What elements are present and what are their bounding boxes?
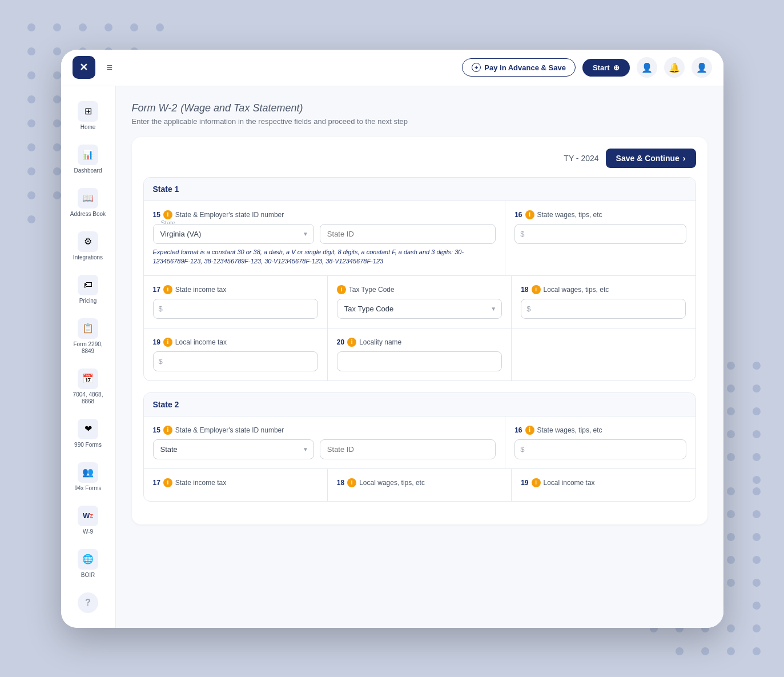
- notifications-icon-button[interactable]: 🔔: [664, 57, 685, 78]
- state2-state-fields: State Alabama (AL) Virginia (VA) ▼: [153, 439, 496, 459]
- state2-field15-cell: 15 i State & Employer's state ID number …: [144, 416, 506, 468]
- state1-hint-text: Expected format is a constant 30 or 38, …: [153, 247, 496, 266]
- state1-field20-cell: 20 i Locality name: [328, 329, 512, 380]
- page-subtitle: Enter the applicable information in the …: [132, 117, 707, 126]
- sidebar-item-dashboard[interactable]: 📊 Dashboard: [65, 139, 111, 180]
- state1-field18-input[interactable]: [521, 299, 686, 319]
- account-icon-button[interactable]: 👤: [691, 57, 712, 78]
- state1-field19-cell: 19 i Local income tax $: [144, 329, 328, 380]
- pricing-icon: 🏷: [78, 275, 98, 295]
- sidebar-item-form94x[interactable]: 👥 94x Forms: [65, 456, 111, 498]
- state2-state-select-container: State Alabama (AL) Virginia (VA) ▼: [153, 439, 314, 459]
- state1-field17-input[interactable]: [153, 299, 318, 319]
- main-content: Form W-2 (Wage and Tax Statement) Enter …: [116, 86, 723, 628]
- state1-taxtype-label: i Tax Type Code: [337, 285, 502, 294]
- field19-dollar-sign: $: [159, 357, 163, 366]
- state2-field16-cell: 16 i State wages, tips, etc $: [505, 416, 695, 468]
- state2-field19-label: 19 i Local income tax: [521, 478, 686, 487]
- sidebar-item-home[interactable]: ⊞ Home: [65, 95, 111, 137]
- logo[interactable]: ✕: [73, 56, 95, 79]
- state2-state-id-input[interactable]: [320, 439, 496, 459]
- state1-state-id-input[interactable]: [320, 224, 496, 244]
- state1-state-select[interactable]: Virginia (VA) Alabama (AL) Alaska (AK) C…: [153, 224, 314, 244]
- w9-icon: WZ: [78, 506, 98, 526]
- field18-info-icon[interactable]: i: [532, 285, 541, 294]
- contacts-icon-button[interactable]: 👤: [637, 57, 657, 78]
- state2-field15-label: 15 i State & Employer's state ID number: [153, 426, 496, 435]
- state1-taxtype-select-wrap: Tax Type Code Code A Code B ▼: [337, 299, 502, 319]
- chevron-right-icon: ›: [683, 154, 686, 163]
- state1-field18-input-wrap: $: [521, 299, 686, 319]
- state1-row1: 15 i State & Employer's state ID number …: [144, 201, 695, 276]
- plus-circle-icon: +: [472, 63, 481, 72]
- sidebar-item-form7004[interactable]: 📅 7004, 4868, 8868: [65, 363, 111, 411]
- save-continue-button[interactable]: Save & Continue ›: [606, 149, 696, 168]
- integrations-icon: ⚙: [78, 231, 98, 252]
- sidebar-item-form2290[interactable]: 📋 Form 2290, 8849: [65, 313, 111, 360]
- state1-section: State 1 15 i State & Employer's state ID…: [143, 177, 696, 381]
- state2-field18-info-icon[interactable]: i: [347, 478, 356, 487]
- state2-field16-input[interactable]: [514, 439, 686, 459]
- state1-state-select-container: Virginia (VA) Alabama (AL) Alaska (AK) C…: [153, 224, 314, 244]
- state2-field16-label: 16 i State wages, tips, etc: [514, 426, 686, 435]
- dashboard-icon: 📊: [78, 145, 98, 165]
- state1-taxtype-select[interactable]: Tax Type Code Code A Code B: [337, 299, 502, 319]
- state1-field19-input-wrap: $: [153, 351, 318, 371]
- state1-field18-cell: 18 i Local wages, tips, etc $: [512, 276, 695, 328]
- sidebar-item-help[interactable]: ?: [65, 587, 111, 619]
- state1-state-select-wrap: State Virginia (VA) Alabama (AL) Alaska …: [153, 224, 314, 244]
- state2-body: 15 i State & Employer's state ID number …: [144, 416, 695, 501]
- boir-icon: 🌐: [78, 549, 98, 570]
- sidebar-item-form990[interactable]: ❤ 990 Forms: [65, 413, 111, 454]
- state1-field17-input-wrap: $: [153, 299, 318, 319]
- sidebar-item-pricing[interactable]: 🏷 Pricing: [65, 269, 111, 310]
- form-container: TY - 2024 Save & Continue › State 1: [132, 137, 707, 524]
- state2-field15-info-icon[interactable]: i: [163, 426, 172, 435]
- state2-field17-info-icon[interactable]: i: [163, 478, 172, 487]
- state1-row2: 17 i State income tax $: [144, 276, 695, 329]
- address-book-icon: 📖: [78, 188, 98, 209]
- field17-info-icon[interactable]: i: [163, 285, 172, 294]
- state1-field17-cell: 17 i State income tax $: [144, 276, 328, 328]
- sidebar-item-integrations[interactable]: ⚙ Integrations: [65, 226, 111, 267]
- state1-field20-input[interactable]: [337, 351, 502, 371]
- menu-toggle-icon[interactable]: ≡: [107, 62, 113, 74]
- field20-info-icon[interactable]: i: [347, 338, 356, 347]
- state2-state-select[interactable]: State Alabama (AL) Virginia (VA): [153, 439, 314, 459]
- topbar: ✕ ≡ + Pay in Advance & Save Start ⊕ 👤 🔔 …: [61, 50, 723, 86]
- state1-field17-label: 17 i State income tax: [153, 285, 318, 294]
- state1-field19-label: 19 i Local income tax: [153, 338, 318, 347]
- state1-body: 15 i State & Employer's state ID number …: [144, 201, 695, 380]
- state1-field16-cell: 16 i State wages, tips, etc $: [505, 201, 695, 275]
- sidebar-item-boir[interactable]: 🌐 BOIR: [65, 543, 111, 584]
- state2-field18-cell: 18 i Local wages, tips, etc: [328, 469, 512, 501]
- state1-taxtype-cell: i Tax Type Code Tax Type Code Code A Cod…: [328, 276, 512, 328]
- state2-state-select-wrap: State Alabama (AL) Virginia (VA) ▼: [153, 439, 314, 459]
- state1-field15-cell: 15 i State & Employer's state ID number …: [144, 201, 506, 275]
- field19-info-icon[interactable]: i: [163, 338, 172, 347]
- start-button[interactable]: Start ⊕: [582, 59, 630, 77]
- home-icon: ⊞: [78, 101, 98, 122]
- state2-field19-cell: 19 i Local income tax: [512, 469, 695, 501]
- pay-advance-button[interactable]: + Pay in Advance & Save: [462, 58, 576, 77]
- field15-info-icon[interactable]: i: [163, 210, 172, 219]
- state1-field20-label: 20 i Locality name: [337, 338, 502, 347]
- sidebar-item-w9[interactable]: WZ W-9: [65, 500, 111, 541]
- sidebar-item-address-book[interactable]: 📖 Address Book: [65, 182, 111, 223]
- state1-field16-input[interactable]: [514, 224, 686, 244]
- field16-info-icon[interactable]: i: [525, 210, 534, 219]
- state2-field18-label: 18 i Local wages, tips, etc: [337, 478, 502, 487]
- state1-empty-cell: [512, 329, 695, 380]
- state2-row1: 15 i State & Employer's state ID number …: [144, 416, 695, 469]
- state1-header: State 1: [144, 178, 695, 201]
- state2-field16-input-wrap: $: [514, 439, 686, 459]
- state1-field19-input[interactable]: [153, 351, 318, 371]
- state1-field15-label: 15 i State & Employer's state ID number: [153, 210, 496, 219]
- state1-field16-label: 16 i State wages, tips, etc: [514, 210, 686, 219]
- field17-dollar-sign: $: [159, 305, 163, 313]
- state2-field19-info-icon[interactable]: i: [532, 478, 541, 487]
- form-header: TY - 2024 Save & Continue ›: [143, 149, 696, 168]
- taxtype-info-icon[interactable]: i: [337, 285, 346, 294]
- state2-section: State 2 15 i State & Employer's state ID…: [143, 392, 696, 502]
- state2-field16-info-icon[interactable]: i: [525, 426, 534, 435]
